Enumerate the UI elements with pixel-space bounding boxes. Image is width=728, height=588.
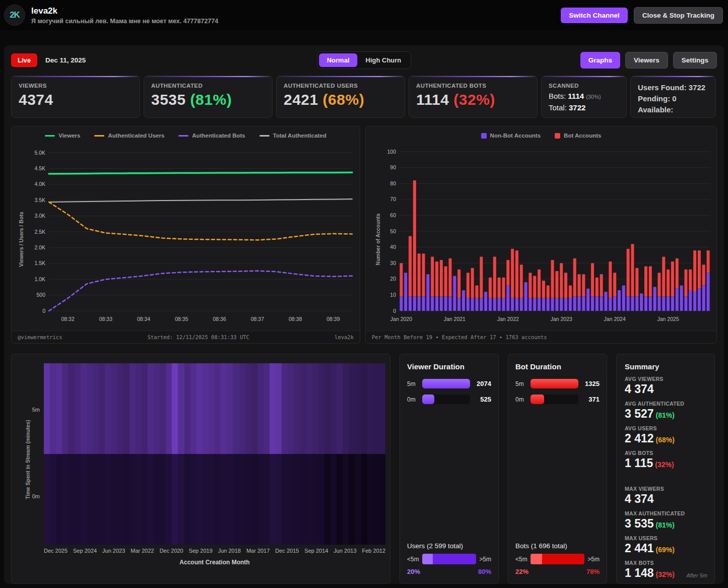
account-bar-chart: 0102030405060708090100Jan 2020Jan 2021Ja… [379,148,713,325]
svg-text:0: 0 [42,308,45,314]
line-chart-legend: ViewersAuthenticated UsersAuthenticated … [12,126,360,139]
svg-text:70: 70 [390,196,396,202]
card-label: VIEWERS [19,83,133,89]
app-header: 2K leva2k Я могучий сильный лев. Мама мн… [0,0,728,30]
svg-text:08:38: 08:38 [289,316,302,322]
dashboard-panel: Live Dec 11, 2025 Normal High Churn Grap… [4,45,724,584]
svg-text:5.0K: 5.0K [34,150,45,156]
scanned-bots-line: Bots: 1114 (30%) [549,92,619,100]
charts-row: ViewersAuthenticated UsersAuthenticated … [11,126,717,344]
summary-avg-users: AVG USERS 2 412(68%) [625,425,706,445]
tab-viewers[interactable]: Viewers [625,52,668,69]
close-stop-tracking-button[interactable]: Close & Stop Tracking [634,7,723,24]
card-authenticated: AUTHENTICATED 3535 (81%) [144,76,273,118]
svg-text:Jan 2023: Jan 2023 [551,316,572,322]
channel-avatar: 2K [4,5,25,26]
svg-text:0: 0 [393,308,396,314]
heatmap-grid [44,363,385,545]
heatmap-y-ticks: 5m 0m [32,363,42,545]
legend-item: Authenticated Bots [178,133,245,139]
stream-date: Dec 11, 2025 [45,56,86,64]
scanned-total-line: Total: 3722 [549,103,619,112]
bot-duration-title: Bot Duration [515,362,600,371]
svg-text:08:34: 08:34 [137,316,150,322]
svg-text:4.5K: 4.5K [34,165,45,171]
svg-text:1.5K: 1.5K [34,260,45,266]
legend-swatch [94,135,104,137]
summary-max-authenticated: MAX AUTHENTICATED 3 535(81%) [625,510,706,531]
svg-text:2.5K: 2.5K [34,229,45,235]
summary-avg-bots: AVG BOTS 1 115(32%) [625,450,706,470]
summary-panel: Summary AVG VIEWERS 4 374 AVG AUTHENTICA… [616,354,715,584]
svg-text:80: 80 [390,180,396,186]
legend-swatch [259,135,270,137]
svg-text:08:36: 08:36 [213,316,226,322]
svg-text:Jan 2021: Jan 2021 [444,316,466,322]
card-viewers: VIEWERS 4374 [11,76,140,118]
viewer-line-chart-panel: ViewersAuthenticated UsersAuthenticated … [11,126,360,344]
tab-graphs[interactable]: Graphs [580,52,620,69]
bottom-row: Time Spent in Stream (minutes) 5m 0m Dec… [11,354,717,584]
bot-duration-panel: Bot Duration 5m 1325 0m 371 Bots (1 696 … [508,354,607,584]
card-value: 3535 (81%) [151,91,265,108]
summary-avg-authenticated: AVG AUTHENTICATED 3 527(81%) [625,401,706,421]
viewer-duration-panel: Viewer Duration 5m 2074 0m 525 Users (2 … [400,354,499,584]
card-quota: Users Found: 3722 Pending: 0 Available: … [630,76,716,118]
card-authenticated-bots: AUTHENTICATED BOTS 1114 (32%) [409,76,538,118]
mode-high-churn-option[interactable]: High Churn [358,53,410,67]
channel-subtitle: Я могучий сильный лев. Мама мне не моет … [31,18,555,25]
svg-text:08:35: 08:35 [175,316,188,322]
footer-started: Started: 12/11/2025 08:31:33 UTC [62,334,335,340]
svg-text:08:33: 08:33 [99,316,112,322]
card-number: 2421 [284,91,318,108]
svg-text:Jan 2024: Jan 2024 [604,316,626,322]
svg-text:60: 60 [390,212,396,218]
summary-max-viewers: MAX VIEWERS 4 374 [625,486,706,506]
legend-swatch [45,135,55,137]
svg-text:500: 500 [36,292,45,298]
svg-text:Jan 2020: Jan 2020 [390,316,412,322]
channel-title: leva2k [31,6,555,16]
summary-note: After 5m [686,572,707,578]
legend-item: Viewers [45,133,80,139]
heatmap-y-axis-label: Time Spent in Stream (minutes) [25,420,31,499]
card-scanned: SCANNED Bots: 1114 (30%) Total: 3722 [541,76,627,118]
users-found-line: Users Found: 3722 [638,82,708,93]
svg-text:4.0K: 4.0K [34,181,45,187]
duration-row-5m: 5m 1325 [515,379,600,388]
svg-text:10: 10 [390,292,396,298]
svg-text:Jan 2022: Jan 2022 [497,316,519,322]
card-label: AUTHENTICATED BOTS [416,83,530,89]
tab-settings[interactable]: Settings [673,52,717,69]
footer-channel: leva2k [335,334,354,340]
line-chart-footer: @viewermetrics Started: 12/11/2025 08:31… [12,331,360,343]
users-distribution-bar [422,554,477,564]
svg-text:40: 40 [390,244,396,250]
pending-line: Pending: 0 [638,93,708,104]
bar-footer-text: Per Month Before 19 • Expected After 17 … [372,334,547,340]
switch-channel-button[interactable]: Switch Channel [561,8,628,23]
svg-text:2.0K: 2.0K [34,244,45,250]
available-line: Available: 4621/5000 [638,104,708,118]
card-percent: (81%) [190,91,232,108]
legend-item: Total Authenticated [259,133,326,139]
card-number: 3535 [151,91,186,108]
svg-text:08:32: 08:32 [61,316,74,322]
svg-text:50: 50 [390,228,396,234]
legend-item: Authenticated Users [94,133,164,139]
svg-text:3.0K: 3.0K [34,213,45,219]
bar-chart-footer: Per Month Before 19 • Expected After 17 … [366,331,716,343]
bots-distribution-bar [531,554,585,564]
svg-text:100: 100 [387,149,396,155]
duration-row-0m: 0m 371 [515,395,600,404]
footer-watermark: @viewermetrics [18,334,62,340]
legend-item: Bot Accounts [555,133,601,139]
legend-item: Non-Bot Accounts [481,133,541,139]
legend-swatch [178,135,188,137]
svg-text:08:37: 08:37 [251,316,264,322]
card-percent: (32%) [453,91,495,108]
viewer-duration-title: Viewer Duration [407,362,491,371]
mode-normal-option[interactable]: Normal [319,53,358,67]
duration-row-5m: 5m 2074 [407,379,491,388]
stat-cards-row: VIEWERS 4374 AUTHENTICATED 3535 (81%) AU… [11,76,717,118]
